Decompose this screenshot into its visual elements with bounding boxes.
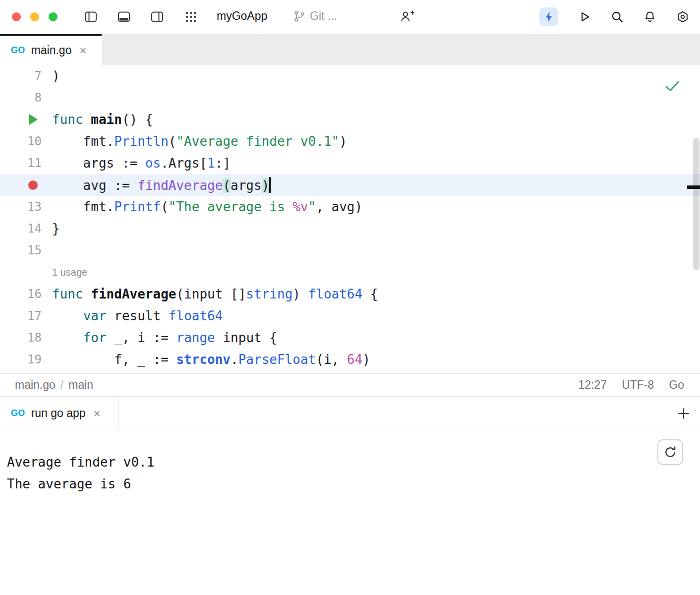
code-text: fmt.Println("Average finder v0.1") — [52, 134, 347, 149]
go-file-icon: GO — [11, 45, 25, 56]
code-token: ( — [161, 199, 169, 214]
run-panel-tab-strip: GO run go app × — [0, 397, 700, 430]
code-token: . — [231, 352, 238, 367]
run-line-icon[interactable] — [0, 114, 42, 125]
inspection-ok-check-icon[interactable] — [664, 80, 680, 93]
toggle-bottom-panel-icon[interactable] — [117, 10, 130, 23]
code-lines: 7)8func main() {10 fmt.Println("Average … — [0, 65, 700, 370]
rerun-button[interactable] — [657, 439, 683, 465]
notifications-bell-button[interactable] — [643, 10, 656, 23]
workspaces-grid-icon[interactable] — [184, 10, 197, 23]
code-token: avg := — [52, 178, 137, 193]
code-token: _, i := — [107, 330, 176, 345]
editor-scrollbar[interactable] — [693, 138, 700, 270]
breadcrumb-separator: / — [60, 378, 63, 392]
code-token: os — [145, 156, 161, 171]
line-number[interactable]: 14 — [0, 222, 42, 236]
code-token: (input [] — [176, 287, 246, 301]
code-line[interactable]: 16func findAverage(input []string) float… — [0, 283, 700, 305]
console-output: Average finder v0.1The average is 6 — [7, 451, 700, 495]
tab-main-go[interactable]: GO main.go × — [0, 34, 102, 65]
code-token — [52, 308, 83, 323]
code-token: "The average is — [169, 199, 292, 214]
run-button[interactable] — [578, 10, 591, 23]
tab-title: main.go — [31, 44, 72, 57]
settings-button[interactable] — [676, 10, 689, 23]
code-text: } — [52, 221, 60, 236]
search-button[interactable] — [611, 10, 624, 23]
code-line[interactable]: 18 for _, i := range input { — [0, 327, 700, 349]
code-token: " — [308, 199, 316, 214]
code-line[interactable]: avg := findAverage(args) — [0, 174, 700, 196]
code-token: ( — [169, 134, 176, 149]
code-token: strconv — [176, 352, 231, 367]
run-console[interactable]: Average finder v0.1The average is 6 — [0, 430, 700, 595]
code-token: func — [52, 287, 83, 301]
code-token: fmt. — [52, 199, 114, 214]
window-minimize-button[interactable] — [30, 12, 39, 21]
line-number[interactable]: 10 — [0, 134, 42, 148]
line-number[interactable]: 18 — [0, 331, 42, 345]
scrollbar-caret-mark — [687, 185, 700, 189]
code-line[interactable]: 19 f, _ := strconv.ParseFloat(i, 64) — [0, 349, 700, 370]
code-token: () { — [122, 112, 153, 127]
window-zoom-button[interactable] — [49, 12, 58, 21]
code-token: findAverage — [137, 178, 223, 193]
tab-run-go-app[interactable]: GO run go app × — [0, 397, 119, 430]
code-line[interactable]: 13 fmt.Printf("The average is %v", avg) — [0, 196, 700, 218]
code-token: args := — [52, 156, 145, 171]
line-number[interactable]: 13 — [0, 200, 42, 214]
code-text: func main() { — [52, 112, 153, 127]
caret-position[interactable]: 12:27 — [579, 378, 607, 392]
smart-run-button[interactable] — [539, 7, 558, 26]
code-token: range — [176, 330, 215, 345]
code-token: .Args[ — [161, 156, 207, 171]
console-line: The average is 6 — [7, 473, 700, 495]
code-token: } — [52, 221, 60, 236]
code-token: , avg) — [316, 199, 362, 214]
line-number[interactable]: 7 — [0, 69, 42, 83]
code-token: ) — [262, 178, 270, 193]
project-name[interactable]: myGoApp — [217, 9, 267, 23]
code-line[interactable]: 17 var result float64 — [0, 305, 700, 327]
code-editor[interactable]: 7)8func main() {10 fmt.Println("Average … — [0, 65, 700, 373]
code-token: f, _ := — [52, 352, 176, 367]
code-line[interactable]: 14} — [0, 218, 700, 239]
line-number[interactable]: 8 — [0, 91, 42, 105]
code-line[interactable]: 10 fmt.Println("Average finder v0.1") — [0, 130, 700, 152]
run-tab-title: run go app — [31, 407, 86, 420]
code-token: string — [246, 287, 292, 301]
collaborate-button[interactable] — [400, 10, 414, 23]
line-number[interactable]: 15 — [0, 243, 42, 257]
code-token: :] — [215, 156, 231, 171]
run-tab-close-icon[interactable]: × — [94, 408, 101, 419]
window-close-button[interactable] — [12, 12, 21, 21]
breadcrumb-file[interactable]: main.go — [15, 378, 56, 392]
line-number[interactable]: 16 — [0, 287, 42, 301]
code-line[interactable]: 11 args := os.Args[1:] — [0, 152, 700, 174]
code-token — [52, 330, 83, 345]
breadcrumb-scope[interactable]: main — [68, 378, 93, 392]
text-caret — [269, 177, 271, 193]
code-text: fmt.Printf("The average is %v", avg) — [52, 199, 362, 214]
code-token: fmt. — [52, 134, 114, 149]
toggle-left-panel-icon[interactable] — [84, 10, 97, 23]
tab-close-icon[interactable]: × — [79, 45, 86, 57]
toggle-right-panel-icon[interactable] — [151, 10, 164, 23]
code-line[interactable]: 7) — [0, 65, 700, 87]
usage-hint[interactable]: 1 usage — [0, 261, 700, 283]
language-indicator[interactable]: Go — [669, 378, 684, 392]
add-tab-plus-icon[interactable] — [677, 407, 690, 420]
code-line[interactable]: 8 — [0, 87, 700, 109]
file-encoding[interactable]: UTF-8 — [622, 378, 654, 392]
code-line[interactable]: 15 — [0, 239, 700, 261]
breakpoint-icon[interactable] — [0, 180, 42, 190]
code-line[interactable]: func main() { — [0, 109, 700, 130]
line-number[interactable]: 17 — [0, 309, 42, 323]
code-token: 1 — [207, 156, 215, 171]
code-text: args := os.Args[1:] — [52, 156, 231, 171]
git-branch-widget[interactable]: Git ... — [293, 9, 337, 23]
code-token: findAverage — [91, 287, 176, 301]
line-number[interactable]: 11 — [0, 156, 42, 170]
line-number[interactable]: 19 — [0, 353, 42, 366]
